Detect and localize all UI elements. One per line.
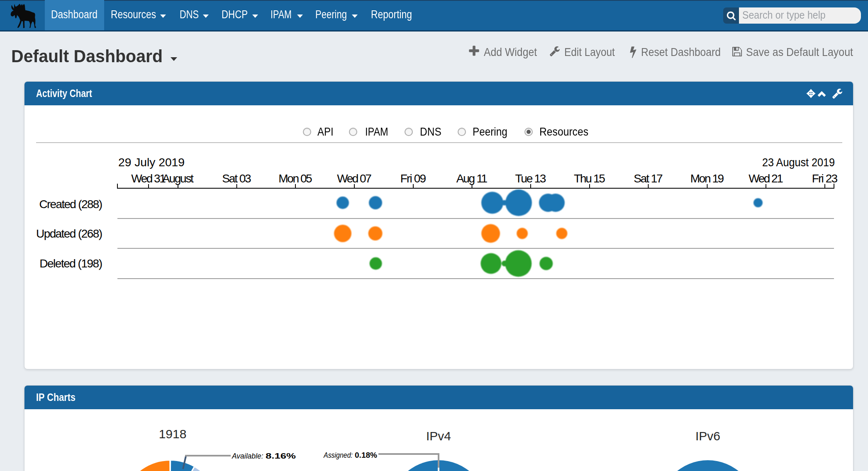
svg-text:Sat 17: Sat 17 (634, 172, 663, 185)
svg-text:Tue 13: Tue 13 (515, 172, 546, 185)
svg-text:Fri 23: Fri 23 (812, 172, 838, 185)
svg-text:0.18%: 0.18% (355, 451, 377, 459)
svg-text:29 July 2019: 29 July 2019 (118, 156, 185, 169)
svg-text:Mon 05: Mon 05 (278, 172, 312, 185)
svg-text:August: August (162, 172, 194, 185)
svg-text:1918: 1918 (159, 427, 187, 441)
svg-text:Available:: Available: (232, 452, 263, 460)
svg-text:IPv4: IPv4 (426, 429, 451, 443)
svg-text:Wed 07: Wed 07 (337, 172, 372, 185)
svg-text:Aug 11: Aug 11 (456, 172, 488, 185)
svg-text:Fri 09: Fri 09 (400, 172, 426, 185)
svg-text:Thu 15: Thu 15 (574, 172, 605, 185)
svg-text:Wed 31: Wed 31 (131, 172, 166, 185)
svg-text:Wed 21: Wed 21 (749, 172, 783, 185)
svg-text:Mon 19: Mon 19 (690, 172, 724, 185)
svg-text:23 August 2019: 23 August 2019 (762, 156, 835, 169)
svg-text:Created (288): Created (288) (39, 198, 102, 211)
svg-text:Assigned:: Assigned: (323, 451, 353, 459)
svg-text:IPv6: IPv6 (695, 429, 720, 443)
svg-text:Sat 03: Sat 03 (222, 172, 251, 185)
svg-text:Deleted (198): Deleted (198) (39, 257, 102, 270)
svg-text:8.16%: 8.16% (266, 452, 296, 460)
svg-text:Updated (268): Updated (268) (36, 227, 102, 240)
